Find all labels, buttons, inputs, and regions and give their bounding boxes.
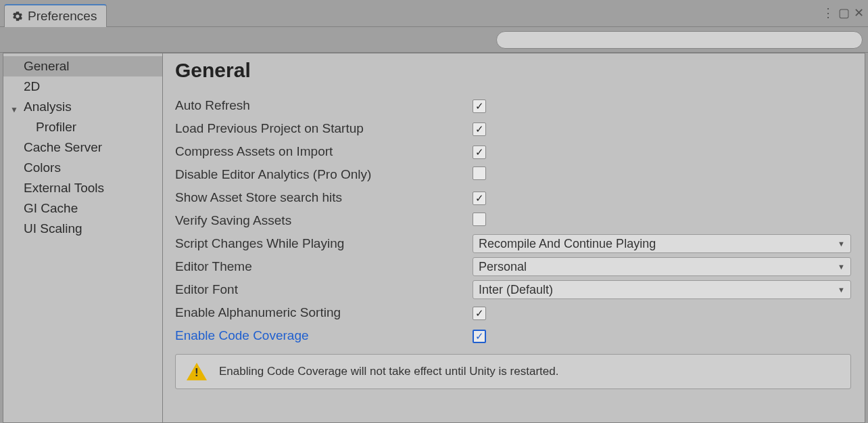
sidebar-item-gi-cache[interactable]: GI Cache xyxy=(3,198,162,219)
pref-row: Auto Refresh✓ xyxy=(175,94,851,117)
pref-label: Auto Refresh xyxy=(175,98,473,113)
pref-label: Editor Font xyxy=(175,282,473,297)
pref-row: Enable Alphanumeric Sorting✓ xyxy=(175,301,851,324)
info-box: Enabling Code Coverage will not take eff… xyxy=(175,354,851,389)
pref-label: Show Asset Store search hits xyxy=(175,190,473,205)
pref-row: Verify Saving Assets xyxy=(175,209,851,232)
sidebar-item-cache-server[interactable]: Cache Server xyxy=(3,137,162,158)
window-controls: ⋮ ▢ ✕ xyxy=(822,5,864,20)
dropdown[interactable]: Personal▼ xyxy=(473,257,851,276)
maximize-icon[interactable]: ▢ xyxy=(838,5,850,20)
checkbox[interactable]: ✓ xyxy=(473,330,486,343)
checkbox[interactable] xyxy=(473,166,486,180)
sidebar: General2DAnalysisProfilerCache ServerCol… xyxy=(3,53,163,422)
checkbox[interactable]: ✓ xyxy=(473,99,486,113)
preferences-window: Preferences ⋮ ▢ ✕ 🔍 General2DAnalysisPro… xyxy=(0,0,868,423)
checkbox[interactable]: ✓ xyxy=(473,123,486,136)
tab-title: Preferences xyxy=(28,9,97,24)
sidebar-item-analysis[interactable]: Analysis xyxy=(3,97,162,117)
toolbar: 🔍 xyxy=(0,27,868,53)
pref-row: Compress Assets on Import✓ xyxy=(175,140,851,163)
more-icon[interactable]: ⋮ xyxy=(822,5,834,20)
chevron-down-icon: ▼ xyxy=(838,240,845,248)
dropdown[interactable]: Recompile And Continue Playing▼ xyxy=(473,234,851,253)
chevron-down-icon: ▼ xyxy=(838,263,845,271)
tab-preferences[interactable]: Preferences xyxy=(4,4,107,27)
warning-icon xyxy=(187,363,207,380)
dropdown-value: Recompile And Continue Playing xyxy=(479,237,656,251)
pref-row: Show Asset Store search hits✓ xyxy=(175,186,851,209)
pref-row: Load Previous Project on Startup✓ xyxy=(175,117,851,140)
search-input[interactable] xyxy=(496,31,863,49)
close-icon[interactable]: ✕ xyxy=(854,5,864,20)
body: General2DAnalysisProfilerCache ServerCol… xyxy=(3,53,865,423)
checkbox[interactable]: ✓ xyxy=(473,307,486,320)
pref-label: Verify Saving Assets xyxy=(175,213,473,228)
pref-row: Enable Code Coverage✓ xyxy=(175,324,851,347)
sidebar-item-colors[interactable]: Colors xyxy=(3,158,162,178)
pref-label: Enable Alphanumeric Sorting xyxy=(175,305,473,320)
content-panel: General Auto Refresh✓Load Previous Proje… xyxy=(163,53,865,422)
sidebar-item-ui-scaling[interactable]: UI Scaling xyxy=(3,219,162,239)
pref-row: Script Changes While PlayingRecompile An… xyxy=(175,232,851,255)
checkbox[interactable]: ✓ xyxy=(473,192,486,205)
titlebar: Preferences ⋮ ▢ ✕ xyxy=(0,0,868,27)
info-text: Enabling Code Coverage will not take eff… xyxy=(219,365,558,378)
checkbox[interactable] xyxy=(473,213,486,226)
page-title: General xyxy=(175,59,851,82)
checkbox[interactable]: ✓ xyxy=(473,146,486,159)
gear-icon xyxy=(11,10,24,22)
dropdown[interactable]: Inter (Default)▼ xyxy=(473,280,851,299)
sidebar-item-profiler[interactable]: Profiler xyxy=(3,117,162,137)
prefs-list: Auto Refresh✓Load Previous Project on St… xyxy=(175,94,851,347)
dropdown-value: Personal xyxy=(479,260,527,274)
pref-label: Disable Editor Analytics (Pro Only) xyxy=(175,167,473,182)
pref-row: Editor ThemePersonal▼ xyxy=(175,255,851,278)
sidebar-item-external-tools[interactable]: External Tools xyxy=(3,178,162,198)
pref-row: Disable Editor Analytics (Pro Only) xyxy=(175,163,851,186)
pref-label: Script Changes While Playing xyxy=(175,236,473,251)
pref-label: Editor Theme xyxy=(175,259,473,274)
pref-label: Enable Code Coverage xyxy=(175,328,473,343)
pref-row: Editor FontInter (Default)▼ xyxy=(175,278,851,301)
sidebar-item-general[interactable]: General xyxy=(3,56,162,76)
dropdown-value: Inter (Default) xyxy=(479,283,553,297)
pref-label: Load Previous Project on Startup xyxy=(175,121,473,136)
chevron-down-icon: ▼ xyxy=(838,286,845,294)
pref-label: Compress Assets on Import xyxy=(175,144,473,159)
sidebar-item-2d[interactable]: 2D xyxy=(3,76,162,97)
